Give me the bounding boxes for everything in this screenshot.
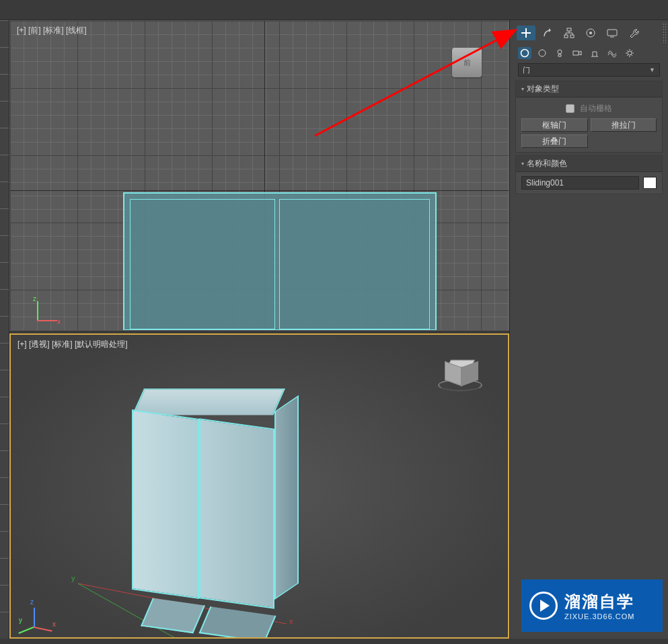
bifold-door-button[interactable]: 折叠门: [521, 134, 588, 148]
svg-rect-6: [564, 35, 568, 38]
top-menu-bar: [0, 0, 668, 20]
viewport-area: [+] [前] [标准] [线框] 前 z x [+] [透视] [标准] [默…: [0, 20, 509, 639]
dropdown-value: 门: [523, 65, 530, 75]
rollout-name-and-color: ▾ 名称和颜色: [515, 155, 663, 194]
shapes-category-icon[interactable]: [535, 47, 549, 59]
command-panel-tabs: [514, 24, 664, 42]
cameras-category-icon[interactable]: [570, 47, 584, 59]
pivot-door-button[interactable]: 枢轴门: [521, 118, 588, 132]
collapse-icon: ▾: [521, 161, 524, 167]
object-sliding-door-shaded[interactable]: [132, 389, 307, 631]
rollout-title: 名称和颜色: [527, 158, 567, 169]
autogrid-checkbox: [566, 104, 574, 113]
rollout-header[interactable]: ▾ 对象类型: [516, 81, 662, 97]
geometry-category-icon[interactable]: [518, 47, 531, 59]
grid-axis-horizontal: [10, 190, 509, 191]
sliding-door-button[interactable]: 推拉门: [591, 118, 657, 132]
viewcube[interactable]: [437, 354, 484, 394]
svg-rect-14: [573, 51, 579, 55]
motion-tab[interactable]: [581, 26, 600, 40]
modify-tab[interactable]: [538, 26, 557, 40]
watermark-title: 溜溜自学: [564, 591, 634, 612]
watermark-badge: 溜溜自学 ZIXUE.3D66.COM: [521, 579, 663, 632]
viewcube[interactable]: 前: [452, 48, 482, 77]
svg-point-11: [521, 50, 529, 57]
hierarchy-tab[interactable]: [560, 26, 579, 40]
lights-category-icon[interactable]: [553, 47, 566, 59]
autogrid-label: 自动栅格: [580, 104, 612, 113]
watermark-subtitle: ZIXUE.3D66.COM: [564, 612, 634, 620]
utilities-tab[interactable]: [624, 26, 643, 40]
svg-point-13: [558, 50, 562, 54]
systems-category-icon[interactable]: [623, 47, 636, 59]
viewport-perspective[interactable]: [+] [透视] [标准] [默认明暗处理] x y z x: [9, 333, 509, 639]
command-panel: 门 ▼ ▾ 对象类型 自动栅格 枢轴门 推拉门 折叠门 ▾ 名称和颜色: [509, 20, 668, 639]
rollout-object-type: ▾ 对象类型 自动栅格 枢轴门 推拉门 折叠门: [515, 81, 663, 153]
object-sliding-door-wireframe[interactable]: [123, 192, 437, 331]
rollout-header[interactable]: ▾ 名称和颜色: [516, 156, 662, 172]
object-color-swatch[interactable]: [643, 177, 657, 189]
create-tab[interactable]: [517, 26, 535, 40]
svg-point-15: [628, 51, 632, 55]
viewport-label[interactable]: [+] [前] [标准] [线框]: [17, 25, 87, 36]
viewport-front[interactable]: [+] [前] [标准] [线框] 前 z x: [9, 20, 509, 331]
create-category-row: [514, 46, 664, 63]
viewport-label[interactable]: [+] [透视] [标准] [默认明暗处理]: [17, 339, 128, 350]
object-type-dropdown[interactable]: 门 ▼: [518, 63, 660, 77]
play-icon: [529, 592, 558, 620]
svg-point-12: [539, 50, 546, 56]
helpers-category-icon[interactable]: [588, 47, 601, 59]
chevron-down-icon: ▼: [649, 67, 655, 73]
display-tab[interactable]: [603, 26, 622, 40]
object-name-input[interactable]: [521, 176, 639, 190]
drag-grip-icon[interactable]: [663, 23, 667, 43]
collapse-icon: ▾: [521, 86, 524, 92]
rollout-title: 对象类型: [527, 83, 559, 95]
svg-point-9: [589, 32, 592, 34]
svg-rect-7: [570, 35, 574, 38]
svg-rect-10: [607, 30, 617, 36]
axis-gizmo: z x y: [24, 600, 57, 632]
axis-gizmo: z x: [30, 296, 57, 323]
svg-rect-5: [567, 28, 571, 31]
autogrid-row: 自动栅格: [521, 102, 657, 118]
spacewarps-category-icon[interactable]: [605, 47, 619, 59]
